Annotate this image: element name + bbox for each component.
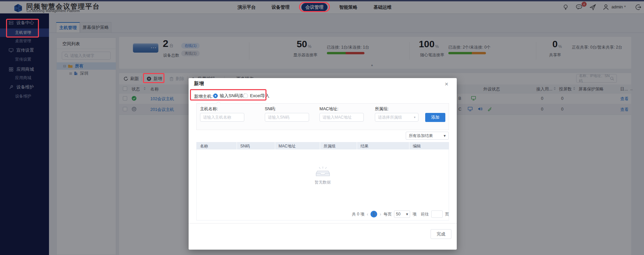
group-select[interactable]: 请选择所属组 ▾: [375, 113, 418, 122]
modal-footer-divider: [189, 223, 457, 224]
sn-code-label: SN码:: [265, 106, 276, 112]
goto-unit: 页: [445, 211, 449, 217]
pagination: 共 0 项 ‹ 1 › 每页 50 ▾ 项 前往 页: [196, 208, 449, 220]
group-label: 所属组:: [375, 106, 389, 112]
empty-state-text: 暂无数据: [196, 180, 449, 185]
select-placeholder: 请选择所属组: [378, 115, 402, 120]
column-separator: [320, 142, 320, 149]
pagination-total: 共 0 项: [352, 211, 364, 217]
result-col-group: 所属组: [324, 143, 336, 149]
sn-code-input[interactable]: [265, 113, 309, 122]
empty-box-icon: [315, 164, 331, 178]
result-col-result: 结果: [360, 143, 368, 149]
radio-label: Excel导入: [250, 93, 269, 99]
column-separator: [357, 142, 357, 149]
column-separator: [409, 142, 409, 149]
radio-selected-icon: [213, 93, 218, 98]
result-table-header: [196, 142, 449, 149]
caret-down-icon: ▾: [406, 212, 408, 216]
host-name-input[interactable]: [200, 113, 244, 122]
result-col-mac: MAC地址: [279, 143, 296, 149]
goto-label: 前往: [421, 211, 429, 217]
caret-down-icon: ▾: [414, 116, 415, 119]
column-separator: [275, 142, 275, 149]
caret-down-icon: ▾: [444, 133, 446, 138]
modal-title: 新增: [194, 80, 204, 87]
per-page-value: 50: [396, 212, 400, 216]
app-screen: 同频智慧会议管理平台 Co-Meeting Management Platfor…: [0, 0, 644, 255]
next-page-icon[interactable]: ›: [380, 211, 381, 217]
close-icon[interactable]: ×: [445, 81, 448, 87]
prev-page-icon[interactable]: ‹: [367, 211, 368, 217]
add-mode-label: 新增主机:: [194, 93, 213, 100]
per-page-select[interactable]: 50 ▾: [394, 210, 410, 218]
result-col-sn: SN码: [240, 143, 250, 149]
page-number-button[interactable]: 1: [370, 211, 377, 217]
host-name-label: 主机名称:: [200, 106, 218, 112]
column-separator: [237, 142, 237, 149]
radio-sn-code[interactable]: 输入SN码添加: [213, 93, 248, 99]
per-page-label: 每页: [384, 211, 392, 217]
goto-page-input[interactable]: [431, 210, 443, 218]
per-page-unit: 项: [412, 211, 416, 217]
radio-unselected-icon: [243, 93, 248, 98]
add-submit-button[interactable]: 添加: [425, 113, 445, 122]
result-filter-select[interactable]: 所有添加结果 ▾: [406, 132, 449, 140]
mac-address-label: MAC地址:: [319, 106, 338, 112]
done-button[interactable]: 完成: [431, 229, 451, 239]
result-col-name: 名称: [200, 143, 208, 149]
radio-excel-import[interactable]: Excel导入: [243, 93, 269, 99]
result-col-edit: 编辑: [413, 143, 421, 149]
mac-address-input[interactable]: [319, 113, 364, 122]
result-filter-label: 所有添加结果: [409, 133, 433, 139]
